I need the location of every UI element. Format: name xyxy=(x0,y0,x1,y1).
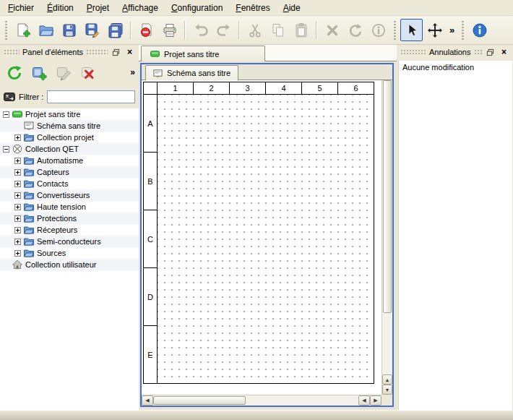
filter-input[interactable] xyxy=(47,90,135,103)
main-toolbar: » xyxy=(0,16,513,45)
element-info-button[interactable] xyxy=(367,19,389,41)
close-panel-button[interactable]: × xyxy=(124,47,135,57)
tab-project[interactable]: Projet sans titre xyxy=(141,46,265,61)
folder-icon xyxy=(24,179,34,189)
scroll-up-button[interactable]: ▲ xyxy=(382,374,392,385)
delete-element-button[interactable] xyxy=(77,62,99,84)
horizontal-scrollbar[interactable]: ◀ ◀ ▶ xyxy=(142,395,381,406)
expander-icon[interactable] xyxy=(14,239,21,245)
expander-icon[interactable] xyxy=(14,134,21,141)
tree-item-automatisme[interactable]: Automatisme xyxy=(0,155,139,166)
expander-icon[interactable] xyxy=(14,227,21,233)
toolbar-overflow-button[interactable]: » xyxy=(447,25,457,35)
toolbar-separator xyxy=(130,21,132,40)
expander-icon[interactable] xyxy=(14,169,21,176)
menu-item-affichage[interactable]: Affichage xyxy=(116,1,165,15)
tree-item-contacts[interactable]: Contacts xyxy=(0,178,139,189)
scroll-left-end-button[interactable]: ◀ xyxy=(358,395,370,406)
toolbar-separator xyxy=(316,21,317,40)
vertical-scrollbar[interactable]: ▲ ▼ xyxy=(381,80,392,395)
menu-item-configuration[interactable]: Configuration xyxy=(165,1,229,15)
sheet-body: ABCDE xyxy=(143,95,374,384)
tree-item-capteurs[interactable]: Capteurs xyxy=(0,166,139,178)
tree-item-schema-sans-titre[interactable]: Schéma sans titre xyxy=(0,120,139,132)
scroll-down-button[interactable]: ▼ xyxy=(382,385,392,395)
scroll-right-button[interactable]: ▶ xyxy=(370,395,381,406)
tree-item-projet-sans-titre[interactable]: Projet sans titre xyxy=(0,108,139,120)
menu-item-aide[interactable]: Aide xyxy=(277,1,307,15)
rotate-button[interactable] xyxy=(344,19,366,41)
undo-panel-titlebar: Annulations × xyxy=(397,45,513,59)
open-project-button[interactable] xyxy=(35,19,57,41)
vertical-scrollbar-thumb[interactable] xyxy=(383,80,392,313)
toolbar-grip[interactable] xyxy=(4,20,8,40)
close-file-button[interactable] xyxy=(135,19,158,41)
print-button[interactable] xyxy=(158,19,181,41)
expander-icon[interactable] xyxy=(3,146,9,153)
dock-grip[interactable] xyxy=(4,49,20,55)
tree-item-haute-tension[interactable]: Haute tension xyxy=(0,201,139,213)
project-icon xyxy=(150,49,160,59)
expander-icon[interactable] xyxy=(14,215,21,222)
about-info-button[interactable] xyxy=(468,19,491,41)
expander-icon[interactable] xyxy=(14,204,21,210)
cut-button[interactable] xyxy=(243,19,266,41)
qet-icon xyxy=(12,144,22,154)
expander-icon[interactable] xyxy=(14,158,21,164)
paste-button[interactable] xyxy=(290,19,312,41)
toolbar-grip[interactable] xyxy=(393,20,397,40)
expander-icon[interactable] xyxy=(14,250,21,257)
redo-button[interactable] xyxy=(212,19,235,41)
schema-icon xyxy=(24,121,34,131)
reload-collections-button[interactable] xyxy=(4,62,25,84)
tree-item-label: Collection utilisateur xyxy=(25,260,96,269)
save-all-button[interactable] xyxy=(104,19,126,41)
print-icon xyxy=(162,22,178,38)
undo-list-item[interactable]: Aucune modification xyxy=(399,61,512,74)
new-document-button[interactable] xyxy=(12,19,34,41)
menu-item-fenetres[interactable]: Fenêtres xyxy=(229,1,276,15)
save-button[interactable] xyxy=(58,19,80,41)
tree-item-collection-qet[interactable]: Collection QET xyxy=(0,143,139,155)
vertical-scroll-track[interactable] xyxy=(382,313,392,374)
horizontal-scroll-track[interactable] xyxy=(246,395,358,406)
panel-toolbar-overflow-button[interactable]: » xyxy=(130,67,135,77)
toolbar-grip[interactable] xyxy=(461,20,465,40)
menu-item-edition[interactable]: Édition xyxy=(40,1,80,15)
tree-item-convertisseurs[interactable]: Convertisseurs xyxy=(0,189,139,201)
copy-button[interactable] xyxy=(267,19,289,41)
float-panel-button[interactable] xyxy=(111,47,121,57)
tree-item-sources[interactable]: Sources xyxy=(0,247,139,259)
menu-item-fichier[interactable]: Fichier xyxy=(1,1,40,15)
edit-element-button[interactable] xyxy=(53,62,74,84)
diagram-view[interactable]: 123456 ABCDE xyxy=(142,80,381,395)
tree-item-recepteurs[interactable]: Récepteurs xyxy=(0,224,139,236)
menu-item-projet[interactable]: Projet xyxy=(80,1,116,15)
sheet-paper[interactable] xyxy=(158,95,374,384)
dock-grip[interactable] xyxy=(86,49,108,55)
scroll-left-button[interactable]: ◀ xyxy=(142,395,153,406)
tab-diagram[interactable]: Schéma sans titre xyxy=(145,65,238,80)
move-view-button[interactable] xyxy=(423,19,446,41)
tree-item-collection-utilisateur[interactable]: Collection utilisateur xyxy=(0,259,139,270)
row-header: E xyxy=(143,326,158,384)
tree-item-collection-projet[interactable]: Collection projet xyxy=(0,132,139,143)
expander-icon[interactable] xyxy=(14,192,21,199)
undo-button[interactable] xyxy=(189,19,212,41)
dock-grip[interactable] xyxy=(400,49,426,55)
tree-item-semi-conducteurs[interactable]: Semi-conducteurs xyxy=(0,236,139,247)
delete-button[interactable] xyxy=(321,19,343,41)
expander-icon[interactable] xyxy=(14,181,21,187)
new-element-button[interactable] xyxy=(28,62,50,84)
tree-item-protections[interactable]: Protections xyxy=(0,213,139,224)
select-arrow-button[interactable] xyxy=(400,19,423,41)
horizontal-scrollbar-thumb[interactable] xyxy=(153,396,246,405)
folder-icon xyxy=(24,132,34,142)
element-tree: Projet sans titreSchéma sans titreCollec… xyxy=(0,108,139,410)
clear-filter-icon[interactable] xyxy=(4,91,15,103)
dock-grip[interactable] xyxy=(474,49,483,55)
float-panel-button[interactable] xyxy=(485,47,496,57)
close-panel-button[interactable]: × xyxy=(499,47,509,57)
save-as-button[interactable] xyxy=(81,19,103,41)
expander-icon[interactable] xyxy=(3,111,9,118)
